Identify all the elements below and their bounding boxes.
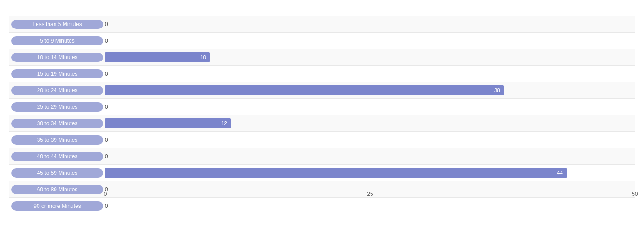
bar-row: 15 to 19 Minutes0 [9, 66, 635, 82]
bar-row: 5 to 9 Minutes0 [9, 33, 635, 49]
bar-row: 35 to 39 Minutes0 [9, 132, 635, 148]
bar-row: 45 to 59 Minutes44 [9, 165, 635, 181]
bar-row: Less than 5 Minutes0 [9, 16, 635, 33]
bar-label: 10 to 14 Minutes [11, 53, 103, 62]
bar-zero-value: 0 [105, 203, 108, 209]
bar-value-inside: 12 [221, 120, 231, 127]
bar-track: 0 [103, 148, 635, 164]
bar-row: 40 to 44 Minutes0 [9, 148, 635, 165]
bar-label: 30 to 34 Minutes [11, 119, 103, 128]
bar-fill: 44 [105, 168, 567, 178]
chart-area: Less than 5 Minutes05 to 9 Minutes010 to… [9, 16, 635, 201]
bar-row: 25 to 29 Minutes0 [9, 99, 635, 115]
bar-track: 0 [103, 99, 635, 115]
bar-label: 45 to 59 Minutes [11, 168, 103, 178]
x-axis-tick: 25 [367, 191, 373, 197]
chart-container: Less than 5 Minutes05 to 9 Minutes010 to… [0, 0, 644, 240]
bar-row: 10 to 14 Minutes10 [9, 49, 635, 66]
bar-value-inside: 10 [200, 54, 210, 61]
bar-label: 60 to 89 Minutes [11, 185, 103, 194]
bar-label: 15 to 19 Minutes [11, 69, 103, 78]
bar-fill: 12 [105, 118, 231, 128]
bar-track: 0 [103, 66, 635, 82]
bar-track: 38 [103, 82, 635, 98]
bar-label: 20 to 24 Minutes [11, 86, 103, 95]
bar-zero-value: 0 [105, 104, 108, 110]
x-axis: 02550 [105, 187, 635, 201]
bar-track: 0 [103, 132, 635, 148]
bar-fill: 38 [105, 85, 504, 95]
bar-zero-value: 0 [105, 38, 108, 44]
bar-label: 25 to 29 Minutes [11, 102, 103, 112]
bar-track: 0 [103, 16, 635, 32]
bar-track: 44 [103, 165, 635, 181]
bar-zero-value: 0 [105, 137, 108, 143]
bar-track: 10 [103, 49, 635, 65]
bar-row: 30 to 34 Minutes12 [9, 115, 635, 132]
bar-fill: 10 [105, 52, 210, 62]
bar-value-inside: 44 [557, 170, 567, 176]
bar-row: 20 to 24 Minutes38 [9, 82, 635, 99]
bars-section: Less than 5 Minutes05 to 9 Minutes010 to… [9, 16, 635, 187]
bar-track: 12 [103, 115, 635, 131]
bar-label: 90 or more Minutes [11, 201, 103, 211]
bar-track: 0 [103, 33, 635, 49]
x-axis-tick: 0 [104, 191, 107, 197]
bar-label: 5 to 9 Minutes [11, 36, 103, 45]
x-axis-tick: 50 [632, 191, 638, 197]
bar-value-inside: 38 [494, 87, 504, 94]
bar-label: Less than 5 Minutes [11, 20, 103, 29]
bar-zero-value: 0 [105, 153, 108, 160]
bar-label: 35 to 39 Minutes [11, 135, 103, 145]
bar-zero-value: 0 [105, 21, 108, 28]
bar-zero-value: 0 [105, 71, 108, 77]
bar-label: 40 to 44 Minutes [11, 152, 103, 161]
